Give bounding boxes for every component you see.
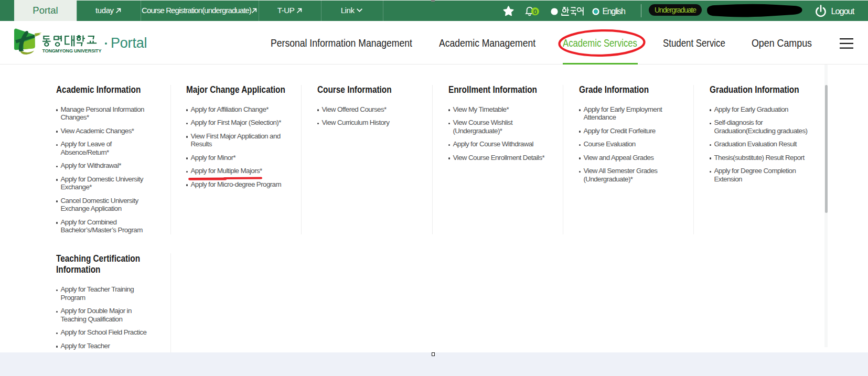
svg-text:0: 0	[533, 8, 538, 16]
